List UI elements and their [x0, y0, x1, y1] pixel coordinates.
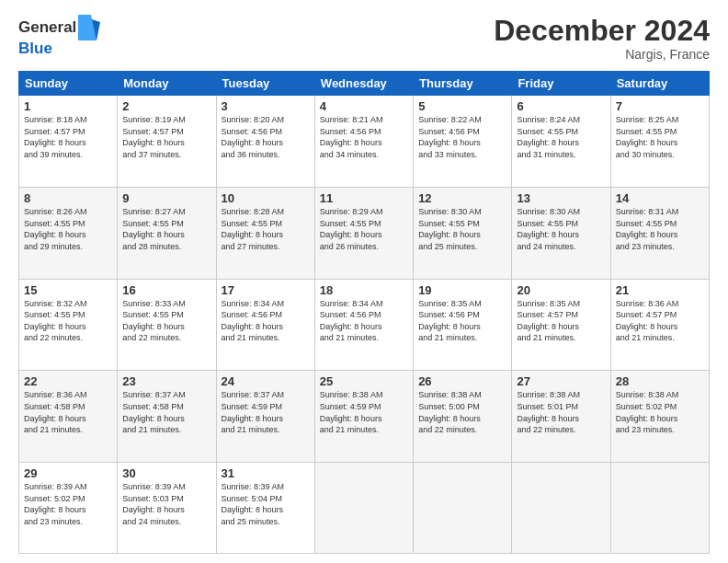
col-tuesday: Tuesday	[216, 72, 314, 96]
day-27: 27 Sunrise: 8:38 AMSunset: 5:01 PMDaylig…	[512, 371, 610, 463]
day-15: 15 Sunrise: 8:32 AMSunset: 4:55 PMDaylig…	[19, 279, 118, 371]
week-row-5: 29 Sunrise: 8:39 AMSunset: 5:02 PMDaylig…	[19, 463, 710, 554]
day-2: 2 Sunrise: 8:19 AMSunset: 4:57 PMDayligh…	[118, 96, 216, 188]
calendar-header-row: Sunday Monday Tuesday Wednesday Thursday…	[19, 72, 710, 96]
day-22: 22 Sunrise: 8:36 AMSunset: 4:58 PMDaylig…	[19, 371, 118, 463]
day-29: 29 Sunrise: 8:39 AMSunset: 5:02 PMDaylig…	[19, 463, 118, 554]
week-row-3: 15 Sunrise: 8:32 AMSunset: 4:55 PMDaylig…	[19, 279, 710, 371]
day-21: 21 Sunrise: 8:36 AMSunset: 4:57 PMDaylig…	[610, 279, 709, 371]
day-12: 12 Sunrise: 8:30 AMSunset: 4:55 PMDaylig…	[414, 187, 512, 279]
logo-blue-text: Blue	[18, 40, 100, 58]
col-sunday: Sunday	[19, 72, 118, 96]
day-25: 25 Sunrise: 8:38 AMSunset: 4:59 PMDaylig…	[314, 371, 413, 463]
col-friday: Friday	[512, 72, 610, 96]
location-text: Nargis, France	[494, 47, 710, 62]
page-header: General Blue December 2024 Nargis, Franc…	[18, 15, 710, 62]
day-8: 8 Sunrise: 8:26 AMSunset: 4:55 PMDayligh…	[19, 187, 118, 279]
day-3: 3 Sunrise: 8:20 AMSunset: 4:56 PMDayligh…	[216, 96, 314, 188]
day-13: 13 Sunrise: 8:30 AMSunset: 4:55 PMDaylig…	[512, 187, 610, 279]
day-4: 4 Sunrise: 8:21 AMSunset: 4:56 PMDayligh…	[314, 96, 413, 188]
day-18: 18 Sunrise: 8:34 AMSunset: 4:56 PMDaylig…	[314, 279, 413, 371]
day-17: 17 Sunrise: 8:34 AMSunset: 4:56 PMDaylig…	[216, 279, 314, 371]
empty-cell-4	[610, 463, 709, 554]
day-6: 6 Sunrise: 8:24 AMSunset: 4:55 PMDayligh…	[512, 96, 610, 188]
col-monday: Monday	[118, 72, 216, 96]
col-saturday: Saturday	[610, 72, 709, 96]
logo-icon	[78, 15, 100, 40]
empty-cell-2	[414, 463, 512, 554]
day-28: 28 Sunrise: 8:38 AMSunset: 5:02 PMDaylig…	[610, 371, 709, 463]
col-wednesday: Wednesday	[314, 72, 413, 96]
day-1: 1 Sunrise: 8:18 AMSunset: 4:57 PMDayligh…	[19, 96, 118, 188]
day-26: 26 Sunrise: 8:38 AMSunset: 5:00 PMDaylig…	[414, 371, 512, 463]
empty-cell-3	[512, 463, 610, 554]
day-11: 11 Sunrise: 8:29 AMSunset: 4:55 PMDaylig…	[314, 187, 413, 279]
calendar-table: Sunday Monday Tuesday Wednesday Thursday…	[18, 71, 710, 554]
day-14: 14 Sunrise: 8:31 AMSunset: 4:55 PMDaylig…	[610, 187, 709, 279]
day-5: 5 Sunrise: 8:22 AMSunset: 4:56 PMDayligh…	[414, 96, 512, 188]
day-19: 19 Sunrise: 8:35 AMSunset: 4:56 PMDaylig…	[414, 279, 512, 371]
day-9: 9 Sunrise: 8:27 AMSunset: 4:55 PMDayligh…	[118, 187, 216, 279]
week-row-2: 8 Sunrise: 8:26 AMSunset: 4:55 PMDayligh…	[19, 187, 710, 279]
week-row-4: 22 Sunrise: 8:36 AMSunset: 4:58 PMDaylig…	[19, 371, 710, 463]
week-row-1: 1 Sunrise: 8:18 AMSunset: 4:57 PMDayligh…	[19, 96, 710, 188]
day-7: 7 Sunrise: 8:25 AMSunset: 4:55 PMDayligh…	[610, 96, 709, 188]
day-31: 31 Sunrise: 8:39 AMSunset: 5:04 PMDaylig…	[216, 463, 314, 554]
day-20: 20 Sunrise: 8:35 AMSunset: 4:57 PMDaylig…	[512, 279, 610, 371]
logo-general-text: General	[18, 19, 76, 37]
day-30: 30 Sunrise: 8:39 AMSunset: 5:03 PMDaylig…	[118, 463, 216, 554]
day-10: 10 Sunrise: 8:28 AMSunset: 4:55 PMDaylig…	[216, 187, 314, 279]
day-23: 23 Sunrise: 8:37 AMSunset: 4:58 PMDaylig…	[118, 371, 216, 463]
title-area: December 2024 Nargis, France	[494, 15, 710, 62]
svg-marker-1	[78, 15, 97, 40]
logo: General Blue	[18, 15, 100, 58]
day-24: 24 Sunrise: 8:37 AMSunset: 4:59 PMDaylig…	[216, 371, 314, 463]
day-16: 16 Sunrise: 8:33 AMSunset: 4:55 PMDaylig…	[118, 279, 216, 371]
col-thursday: Thursday	[414, 72, 512, 96]
month-title: December 2024	[494, 15, 710, 47]
empty-cell-1	[314, 463, 413, 554]
